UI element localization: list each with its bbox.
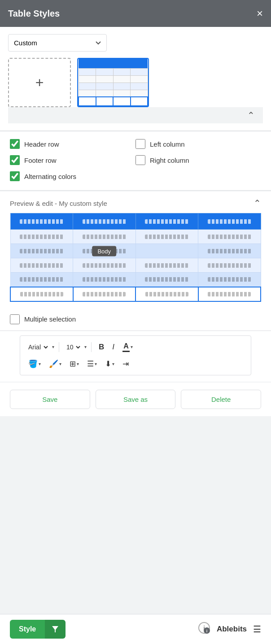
right-column-checkbox[interactable]	[136, 155, 145, 165]
cell-content	[208, 263, 251, 268]
cell-content	[20, 263, 63, 268]
alternating-colors-option[interactable]: Alternating colors	[10, 171, 261, 181]
collapse-arrow-icon[interactable]: ⌃	[247, 110, 255, 121]
multiple-selection-checkbox[interactable]	[10, 314, 20, 324]
align-group: ☰ ▾	[87, 359, 97, 369]
bottom-bar: Style i i Ablebits ☰	[0, 614, 271, 644]
header-row-checkbox[interactable]	[10, 139, 20, 149]
cell-content	[20, 235, 63, 239]
mini-preview-table	[78, 59, 148, 106]
align-button[interactable]: ☰ ▾	[84, 357, 100, 370]
save-button[interactable]: Save	[10, 390, 90, 409]
table-footer-row[interactable]	[10, 287, 261, 301]
style-dropdown[interactable]: Custom Default Light Colorful	[8, 34, 107, 52]
left-column-checkbox[interactable]	[136, 139, 145, 149]
cell-content	[20, 292, 63, 296]
table-body-row-alt[interactable]: Body	[10, 244, 261, 258]
font-size-select[interactable]: 10	[64, 341, 82, 353]
table-body-row-alt[interactable]	[10, 273, 261, 287]
cell-content	[83, 292, 126, 296]
cell-content	[145, 292, 188, 296]
font-color-underline	[122, 351, 130, 352]
spacer	[0, 417, 271, 614]
vertical-align-icon: ⬇	[105, 359, 111, 369]
font-color-button[interactable]: A ▾	[120, 340, 136, 354]
vertical-align-group: ⬇ ▾	[105, 359, 114, 369]
left-column-option[interactable]: Left column	[136, 139, 261, 149]
close-button[interactable]: ×	[257, 8, 263, 19]
footer-row-label: Footer row	[24, 157, 57, 164]
body-tooltip-label: Body	[92, 246, 116, 256]
delete-button[interactable]: Delete	[181, 390, 261, 409]
alternating-colors-checkbox[interactable]	[10, 171, 20, 181]
formatting-toolbar: Arial ▾ 10 ▾ B I A ▾	[20, 335, 251, 375]
right-column-option[interactable]: Right column	[136, 155, 261, 165]
cell-content	[208, 249, 251, 253]
table-header-row[interactable]	[10, 213, 261, 230]
toolbar-divider-2	[91, 342, 92, 352]
cell-content	[208, 277, 251, 282]
add-style-card[interactable]: +	[8, 58, 71, 107]
text-color-icon: 🖌️	[49, 359, 58, 369]
border-chevron-icon: ▾	[77, 361, 79, 366]
checkbox-grid: Header row Left column Footer row Right …	[10, 139, 261, 181]
fill-color-button[interactable]: 🪣 ▾	[26, 357, 44, 370]
italic-button[interactable]: I	[109, 341, 117, 353]
preview-header: Preview & edit - My custom style ⌃	[0, 191, 271, 213]
font-toolbar-row: Arial ▾ 10 ▾ B I A ▾	[26, 340, 245, 354]
font-color-indicator: A	[122, 342, 130, 352]
font-chevron-icon: ▾	[52, 344, 54, 349]
cell-content	[83, 277, 126, 282]
wrap-button[interactable]: ⇥	[120, 357, 131, 370]
cell-content	[208, 235, 251, 239]
wrap-icon: ⇥	[122, 359, 129, 369]
header-row-label: Header row	[24, 140, 59, 148]
plus-icon: +	[35, 74, 44, 91]
border-button[interactable]: ⊞ ▾	[67, 357, 82, 370]
preview-section: Preview & edit - My custom style ⌃ Bod	[0, 191, 271, 382]
multiple-selection-label: Multiple selection	[24, 315, 76, 323]
bold-button[interactable]: B	[96, 341, 107, 353]
cell-content	[145, 235, 188, 239]
font-family-select[interactable]: Arial	[26, 341, 49, 353]
multiple-selection-section: Multiple selection	[0, 308, 271, 331]
cell-content	[20, 277, 63, 282]
table-body-row[interactable]	[10, 230, 261, 244]
alternating-colors-label: Alternating colors	[24, 173, 76, 180]
filter-icon	[45, 620, 66, 639]
dialog-title: Table Styles	[8, 9, 60, 19]
preview-collapse-icon[interactable]: ⌃	[254, 198, 261, 209]
footer-row-option[interactable]: Footer row	[10, 155, 136, 165]
format-toolbar-row: 🪣 ▾ 🖌️ ▾ ⊞ ▾	[26, 357, 245, 370]
text-highlight-button[interactable]: 🖌️ ▾	[46, 357, 64, 370]
multiple-selection-option[interactable]: Multiple selection	[10, 314, 261, 324]
style-button-label: Style	[10, 620, 45, 639]
align-icon: ☰	[87, 359, 94, 369]
preview-title: Preview & edit - My custom style	[10, 200, 107, 207]
text-color-chevron-icon: ▾	[59, 361, 61, 366]
info-icon[interactable]: i i	[198, 622, 210, 637]
table-body-row[interactable]	[10, 258, 261, 273]
right-column-label: Right column	[150, 157, 189, 164]
footer-row-checkbox[interactable]	[10, 155, 20, 165]
cell-content	[145, 263, 188, 268]
preview-table[interactable]: Body	[10, 213, 261, 302]
cell-content	[208, 219, 251, 224]
svg-text:i: i	[206, 629, 208, 633]
header-row-option[interactable]: Header row	[10, 139, 136, 149]
hamburger-menu-icon[interactable]: ☰	[253, 624, 261, 635]
table-preview-container: Body	[0, 213, 271, 308]
border-group: ⊞ ▾	[70, 359, 79, 369]
action-buttons-section: Save Save as Delete	[0, 383, 271, 416]
save-as-button[interactable]: Save as	[96, 390, 176, 409]
svg-marker-0	[52, 626, 58, 632]
left-column-label: Left column	[150, 140, 185, 148]
vertical-align-button[interactable]: ⬇ ▾	[102, 357, 117, 370]
cell-content	[145, 277, 188, 282]
size-chevron-icon: ▾	[84, 344, 87, 349]
cell-content	[83, 219, 126, 224]
style-cards-container: +	[8, 58, 263, 107]
toolbar-divider-1	[59, 342, 59, 352]
style-apply-button[interactable]: Style	[10, 620, 66, 639]
style-preview-card[interactable]	[77, 58, 149, 107]
